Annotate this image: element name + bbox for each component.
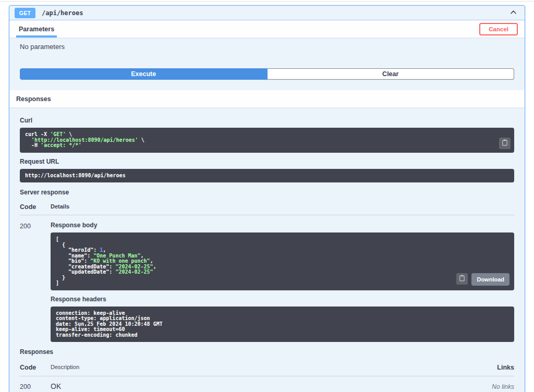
response-body-label: Response body: [51, 222, 514, 229]
response-headers-label: Response headers: [51, 296, 514, 303]
chevron-up-icon: [509, 8, 517, 18]
server-response-table-head: Code Details: [20, 203, 514, 215]
responses-table-head: Code Description Links: [20, 359, 514, 376]
row-description: OK Media type */* Controls Accept header…: [51, 382, 492, 392]
clear-button[interactable]: Clear: [268, 68, 515, 80]
server-response-row: 200 Response body [ { "heroId": 1, "name…: [20, 215, 514, 342]
opblock-summary[interactable]: GET /api/heroes: [9, 6, 525, 20]
server-response-label: Server response: [20, 189, 514, 196]
response-details: Response body [ { "heroId": 1, "name": "…: [51, 222, 514, 342]
clipboard-icon: [502, 139, 508, 148]
execute-row: Execute Clear: [20, 68, 514, 80]
tab-parameters-label: Parameters: [19, 26, 54, 33]
description-text: OK: [51, 382, 492, 390]
curl-label: Curl: [20, 117, 514, 124]
row-code: 200: [20, 382, 51, 392]
method-badge: GET: [15, 8, 35, 18]
responses-table-row: 200 OK Media type */* Controls Accept he…: [20, 376, 514, 392]
opblock-get-api-heroes: GET /api/heroes Parameters Cancel No par…: [9, 5, 525, 392]
col-code: Code: [20, 364, 51, 371]
col-code: Code: [20, 203, 51, 211]
cancel-button[interactable]: Cancel: [479, 23, 518, 35]
collapse-button[interactable]: [508, 7, 518, 19]
copy-curl-button[interactable]: [499, 138, 511, 149]
parameters-body: No parameters: [9, 38, 525, 51]
copy-response-button[interactable]: [456, 273, 468, 285]
response-code: 200: [20, 222, 51, 342]
response-headers: connection: keep-alive content-type: app…: [51, 307, 514, 342]
response-body: [ { "heroId": 1, "name": "One Punch Man"…: [51, 232, 514, 290]
responses-section-title: Responses: [16, 95, 51, 103]
responses-table-label: Responses: [20, 348, 514, 356]
execute-button[interactable]: Execute: [20, 68, 268, 80]
endpoint-path: /api/heroes: [42, 9, 83, 17]
curl-command: curl -X 'GET' \ 'http://localhost:8090/a…: [20, 128, 514, 153]
response-body-controls: Download: [456, 273, 509, 286]
row-links: No links: [492, 382, 514, 392]
no-parameters-message: No parameters: [20, 43, 65, 51]
responses-section-header: Responses: [9, 90, 525, 107]
clipboard-icon: [459, 275, 465, 283]
page-divider: [0, 1, 534, 2]
parameters-header: Parameters Cancel: [9, 20, 525, 38]
request-url-label: Request URL: [20, 158, 514, 165]
col-links: Links: [497, 364, 514, 371]
col-description: Description: [51, 364, 497, 371]
responses-content: Curl curl -X 'GET' \ 'http://localhost:8…: [9, 107, 525, 392]
tab-parameters[interactable]: Parameters: [16, 20, 57, 38]
download-button[interactable]: Download: [471, 273, 509, 286]
request-url-value: http://localhost:8090/api/heroes: [20, 169, 514, 183]
col-details: Details: [51, 203, 514, 211]
